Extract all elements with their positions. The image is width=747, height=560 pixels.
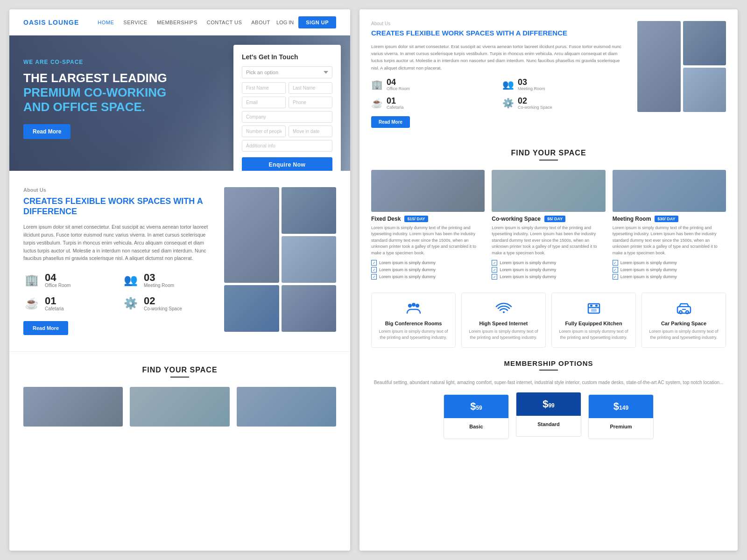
- kitchen-icon: [585, 300, 602, 317]
- check-icon-8: ✓: [613, 267, 618, 273]
- meeting-count: 03: [144, 273, 174, 283]
- stat-office: 🏢 04 Office Room: [23, 272, 116, 288]
- right-cowork-icon: ⚙️: [502, 98, 514, 109]
- right-stat-meeting-info: 03 Meeting Room: [518, 78, 545, 91]
- membership-basic-body: Basic: [444, 418, 508, 439]
- first-name-input[interactable]: [242, 82, 286, 94]
- stat-cafe: ☕ 01 Cafetaria: [23, 295, 116, 312]
- membership-basic-type: Basic: [450, 424, 503, 429]
- right-read-more-button[interactable]: Read More: [371, 116, 410, 128]
- nav-about[interactable]: ABOUT: [251, 20, 270, 25]
- svg-point-10: [686, 311, 689, 314]
- right-office-image-1: [637, 21, 681, 112]
- membership-premium-header: $149: [589, 395, 653, 418]
- membership-premium-type: Premium: [594, 424, 648, 429]
- email-input[interactable]: [242, 97, 286, 108]
- nav-contact[interactable]: CONTACT US: [207, 20, 242, 25]
- internet-name: High Speed Internet: [467, 321, 540, 326]
- right-stat-cowork-info: 02 Co-working Space: [518, 97, 552, 110]
- membership-standard-body: Standard: [516, 416, 581, 436]
- nav-memberships[interactable]: MEMBERSHIPS: [157, 20, 197, 25]
- parking-name: Car Parking Space: [648, 321, 720, 326]
- membership-title: MEMBERSHIP OPTIONS: [371, 359, 726, 367]
- cafe-icon: ☕: [23, 295, 40, 312]
- last-name-input[interactable]: [289, 82, 332, 94]
- form-option-select[interactable]: Pick an option: [242, 66, 332, 78]
- additional-input[interactable]: [242, 140, 332, 152]
- company-input[interactable]: [242, 111, 332, 123]
- office-icon: 🏢: [23, 272, 40, 288]
- stats-grid: 🏢 04 Office Room 👥 03 Meeting Room: [23, 272, 215, 312]
- login-button[interactable]: LOG IN: [276, 20, 294, 25]
- right-meeting-label: Meeting Room: [518, 86, 545, 91]
- contact-form: Let's Get In Touch Pick an option: [233, 45, 341, 171]
- cowork-label: Co-working Space: [144, 306, 182, 311]
- office-image-5: [282, 285, 337, 332]
- office-image-1: [224, 187, 279, 283]
- phone-input[interactable]: [289, 97, 332, 108]
- space-card-img-2: [130, 387, 229, 427]
- meeting-icon: 👥: [122, 272, 139, 288]
- office-image-3: [282, 236, 337, 283]
- right-about-left: About Us CREATES FLEXIBLE WORK SPACES WI…: [371, 21, 628, 137]
- right-stat-cowork: ⚙️ 02 Co-working Space: [502, 97, 628, 110]
- space-coworking-img: [492, 170, 605, 212]
- right-cafe-label: Cafetaria: [387, 105, 404, 110]
- svg-rect-7: [591, 309, 597, 312]
- space-card-2-header: Co-working Space $5/ DAY: [492, 216, 605, 222]
- right-about-section: About Us CREATES FLEXIBLE WORK SPACES WI…: [371, 21, 726, 137]
- space-card-img-1: [23, 387, 123, 427]
- about-label: About Us: [23, 187, 215, 193]
- check-icon-5: ✓: [492, 267, 497, 273]
- space-fixed-desk-img: [371, 170, 485, 212]
- conference-icon: [405, 300, 422, 317]
- membership-standard-type: Standard: [522, 421, 575, 427]
- office-label: Office Room: [45, 283, 70, 288]
- space-card-3-features: ✓Lorem ipsum is simply dummy ✓Lorem ipsu…: [613, 260, 726, 280]
- right-office-image-2: [683, 21, 726, 65]
- membership-subtitle: Beautiful setting, abundant natural ligh…: [371, 380, 726, 385]
- check-icon-9: ✓: [613, 274, 618, 280]
- check-icon-4: ✓: [492, 260, 497, 266]
- form-company-row: [242, 111, 332, 123]
- title-underline: [170, 377, 189, 378]
- amenity-parking: Car Parking Space Lorem ipsum is simply …: [641, 293, 726, 348]
- right-about-images: [637, 21, 726, 137]
- office-image-2: [282, 187, 337, 234]
- right-cafe-count: 01: [387, 97, 404, 105]
- about-title: CREATES FLEXIBLE WORK SPACES WITH A DIFF…: [23, 196, 215, 217]
- right-about-label: About Us: [371, 21, 628, 26]
- about-images: [224, 187, 336, 335]
- enquire-button[interactable]: Enquire Now: [242, 157, 332, 171]
- right-panel: About Us CREATES FLEXIBLE WORK SPACES WI…: [359, 9, 738, 551]
- people-input[interactable]: [242, 126, 286, 137]
- space-card-2-feature-3: ✓Lorem ipsum is simply dummy: [492, 274, 605, 280]
- check-icon-3: ✓: [371, 274, 377, 280]
- space-card-3-desc: Lorem ipsum is simply dummy text of the …: [613, 225, 726, 257]
- stat-office-info: 04 Office Room: [45, 273, 70, 288]
- right-stats-grid: 🏢 04 Office Room 👥 03 Meeting Room: [371, 78, 628, 110]
- hero-title-highlight: PREMIUM CO-WORKING: [23, 85, 166, 99]
- right-title-underline: [539, 160, 558, 161]
- check-icon-1: ✓: [371, 260, 377, 266]
- nav-service[interactable]: SERVICE: [123, 20, 148, 25]
- space-card-1-feature-2: ✓Lorem ipsum is simply dummy: [371, 267, 485, 273]
- right-office-icon: 🏢: [371, 79, 383, 90]
- space-card-1-header: Fixed Desk $15/ DAY: [371, 216, 485, 222]
- membership-section: MEMBERSHIP OPTIONS Beautiful setting, ab…: [371, 359, 726, 439]
- hero-title: THE LARGEST LEADING PREMIUM CO-WORKING A…: [23, 71, 173, 115]
- about-read-more-button[interactable]: Read More: [23, 321, 68, 335]
- right-space-cards: Fixed Desk $15/ DAY Lorem ipsum is simpl…: [371, 170, 726, 281]
- nav-home[interactable]: HOME: [98, 20, 114, 25]
- parking-icon: [676, 300, 692, 317]
- signup-button[interactable]: SIGN UP: [298, 16, 336, 28]
- movein-input[interactable]: [289, 126, 332, 137]
- about-body: Lorem ipsum dolor sit amet consectetur. …: [23, 223, 215, 262]
- space-card-3-header: Meeting Room $30/ DAY: [613, 216, 726, 222]
- right-stat-cafe: ☕ 01 Cafetaria: [371, 97, 497, 110]
- space-card-3-feature-2: ✓Lorem ipsum is simply dummy: [613, 267, 726, 273]
- find-space-title-left: FIND YOUR SPACE: [23, 366, 336, 374]
- form-title: Let's Get In Touch: [242, 53, 332, 61]
- hero-cta-button[interactable]: Read More: [23, 124, 70, 139]
- membership-premium-body: Premium: [589, 418, 653, 439]
